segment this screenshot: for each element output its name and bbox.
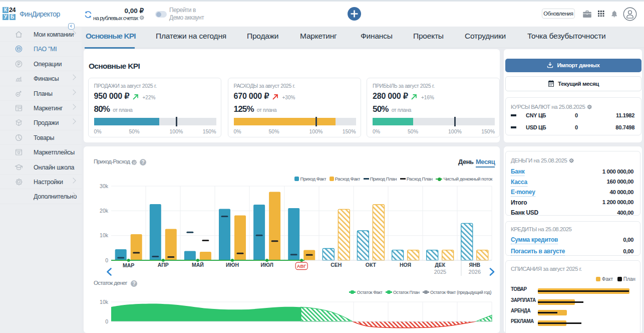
svg-text:МАР: МАР	[123, 262, 134, 268]
svg-text:30k: 30k	[100, 183, 109, 189]
svg-text:0: 0	[105, 257, 108, 263]
svg-text:МАЙ: МАЙ	[192, 262, 204, 268]
svg-text:ЯНВ: ЯНВ	[469, 262, 480, 268]
svg-text:АПР: АПР	[158, 262, 169, 268]
svg-text:ОКТ: ОКТ	[366, 262, 377, 268]
svg-text:АВГ: АВГ	[297, 263, 307, 269]
svg-text:2025: 2025	[434, 269, 446, 275]
svg-text:2026: 2026	[469, 269, 481, 275]
svg-text:ИЮЛ: ИЮЛ	[260, 262, 273, 268]
svg-text:ИЮН: ИЮН	[226, 262, 239, 268]
svg-text:20k: 20k	[100, 208, 109, 214]
svg-text:10k: 10k	[100, 299, 109, 305]
svg-text:НОЯ: НОЯ	[400, 262, 411, 268]
svg-text:10k: 10k	[100, 232, 109, 238]
svg-text:ДЕК: ДЕК	[435, 262, 445, 268]
svg-text:0: 0	[105, 318, 108, 324]
svg-text:СЕН: СЕН	[331, 262, 342, 268]
